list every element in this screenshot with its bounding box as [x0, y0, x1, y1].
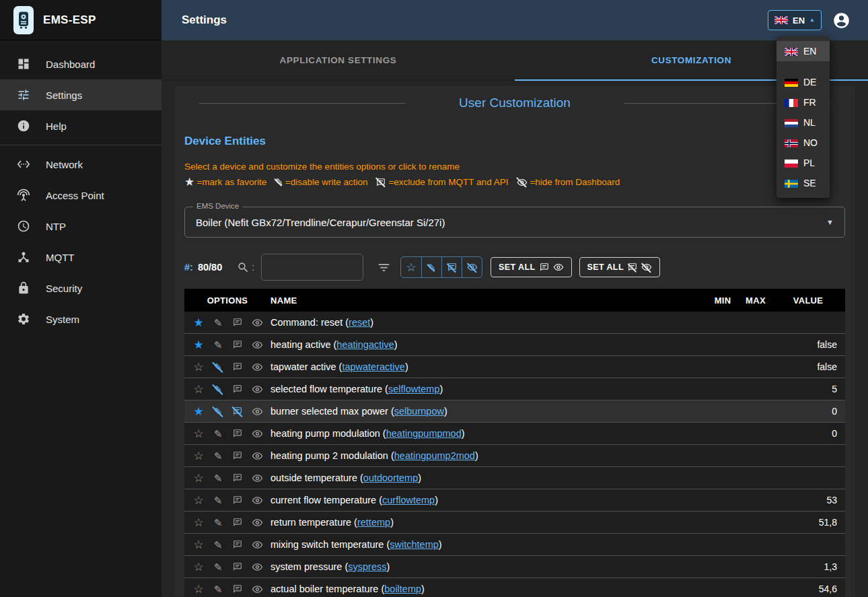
entity-name[interactable]: system pressure (syspress)	[270, 561, 705, 572]
set-all-hidden-button[interactable]: SET ALL	[579, 257, 660, 277]
table-row[interactable]: mixing switch temperature (switchtemp)	[184, 534, 845, 556]
filter-write-toggle[interactable]	[421, 257, 441, 277]
entity-code-link[interactable]: heatingpump2mod	[394, 450, 475, 461]
favorite-icon[interactable]	[192, 516, 205, 528]
write-disable-icon[interactable]	[212, 339, 224, 351]
language-selector-button[interactable]: EN ▲	[768, 10, 822, 30]
table-row[interactable]: heating pump 2 modulation (heatingpump2m…	[184, 445, 845, 467]
favorite-icon[interactable]	[192, 472, 205, 484]
entity-code-link[interactable]: reset	[349, 317, 370, 328]
write-disable-icon[interactable]	[212, 316, 224, 328]
entity-code-link[interactable]: switchtemp	[390, 539, 439, 550]
favorite-icon[interactable]	[192, 383, 205, 395]
sidebar-item-system[interactable]: System	[0, 304, 161, 335]
table-row[interactable]: system pressure (syspress) 1,3	[184, 556, 845, 578]
language-option-de[interactable]: DE	[776, 72, 830, 92]
visibility-icon[interactable]	[251, 361, 263, 373]
visibility-icon[interactable]	[251, 472, 263, 484]
write-disable-icon[interactable]	[212, 494, 224, 506]
entity-name[interactable]: burner selected max power (selburnpow)	[270, 406, 705, 417]
sidebar-item-ntp[interactable]: NTP	[0, 211, 161, 242]
entity-name[interactable]: mixing switch temperature (switchtemp)	[270, 539, 705, 550]
sidebar-item-security[interactable]: Security	[0, 273, 161, 304]
filter-favorite-toggle[interactable]	[401, 257, 421, 277]
account-icon[interactable]	[832, 11, 851, 30]
visibility-icon[interactable]	[251, 316, 263, 328]
entity-code-link[interactable]: selflowtemp	[388, 384, 440, 394]
write-disable-icon[interactable]	[212, 538, 224, 551]
entity-name[interactable]: return temperature (rettemp)	[270, 517, 705, 528]
sidebar-item-network[interactable]: Network	[0, 149, 161, 180]
language-option-pl[interactable]: PL	[776, 153, 830, 173]
write-disable-icon[interactable]	[212, 472, 224, 484]
favorite-icon[interactable]	[192, 494, 205, 506]
favorite-icon[interactable]	[192, 583, 205, 595]
visibility-icon[interactable]	[251, 405, 263, 417]
mqtt-exclude-icon[interactable]	[231, 538, 244, 551]
write-disable-icon[interactable]	[212, 516, 224, 528]
mqtt-exclude-icon[interactable]	[231, 516, 244, 528]
visibility-icon[interactable]	[251, 494, 263, 506]
table-row[interactable]: Command: reset (reset)	[184, 312, 845, 334]
entity-code-link[interactable]: outdoortemp	[363, 472, 418, 483]
mqtt-exclude-icon[interactable]	[231, 494, 244, 506]
language-option-no[interactable]: NO	[776, 133, 830, 153]
entity-name[interactable]: heating active (heatingactive)	[270, 339, 705, 350]
entity-code-link[interactable]: rettemp	[357, 517, 390, 528]
language-option-fr[interactable]: FR	[776, 92, 830, 112]
table-row[interactable]: heating active (heatingactive) false	[184, 334, 845, 356]
favorite-icon[interactable]	[192, 316, 205, 328]
mqtt-exclude-icon[interactable]	[231, 561, 244, 573]
sidebar-item-help[interactable]: Help	[0, 110, 161, 141]
mqtt-exclude-icon[interactable]	[231, 450, 244, 462]
write-disable-icon[interactable]	[212, 427, 224, 440]
table-row[interactable]: tapwater active (tapwateractive) false	[184, 356, 845, 378]
sidebar-item-dashboard[interactable]: Dashboard	[0, 48, 161, 79]
table-row[interactable]: heating pump modulation (heatingpumpmod)…	[184, 423, 845, 445]
write-disable-icon[interactable]	[212, 361, 224, 373]
mqtt-exclude-icon[interactable]	[231, 405, 244, 417]
ems-device-select[interactable]: EMS Device Boiler (Nefit GBx72/Trendline…	[184, 207, 845, 238]
entity-name[interactable]: heating pump 2 modulation (heatingpump2m…	[270, 450, 705, 461]
visibility-icon[interactable]	[251, 516, 263, 528]
favorite-icon[interactable]	[192, 450, 205, 462]
entity-code-link[interactable]: syspress	[348, 561, 386, 572]
visibility-icon[interactable]	[251, 583, 263, 595]
mqtt-exclude-icon[interactable]	[231, 383, 244, 395]
sidebar-item-mqtt[interactable]: MQTT	[0, 242, 161, 273]
entity-code-link[interactable]: tapwateractive	[342, 361, 405, 372]
table-row[interactable]: current flow temperature (curflowtemp) 5…	[184, 489, 845, 512]
entity-name[interactable]: current flow temperature (curflowtemp)	[270, 495, 705, 505]
entity-name[interactable]: Command: reset (reset)	[270, 317, 705, 328]
filter-hidden-toggle[interactable]	[462, 257, 482, 277]
write-disable-icon[interactable]	[212, 583, 224, 595]
filter-list-icon[interactable]	[377, 260, 391, 275]
mqtt-exclude-icon[interactable]	[231, 472, 244, 484]
visibility-icon[interactable]	[251, 383, 263, 395]
favorite-icon[interactable]	[192, 538, 205, 551]
write-disable-icon[interactable]	[212, 383, 224, 395]
visibility-icon[interactable]	[251, 450, 263, 462]
favorite-icon[interactable]	[192, 427, 205, 440]
entity-code-link[interactable]: curflowtemp	[382, 495, 435, 505]
mqtt-exclude-icon[interactable]	[231, 583, 244, 595]
entity-name[interactable]: tapwater active (tapwateractive)	[270, 361, 705, 372]
favorite-icon[interactable]	[192, 405, 205, 417]
mqtt-exclude-icon[interactable]	[231, 316, 244, 328]
table-row[interactable]: actual boiler temperature (boiltemp) 54,…	[184, 578, 845, 597]
entity-name[interactable]: heating pump modulation (heatingpumpmod)	[270, 428, 705, 439]
entity-code-link[interactable]: heatingactive	[336, 339, 394, 350]
entity-code-link[interactable]: selburnpow	[394, 406, 444, 417]
language-option-en[interactable]: EN	[776, 41, 830, 61]
entity-code-link[interactable]: boiltemp	[384, 584, 421, 594]
entity-code-link[interactable]: heatingpumpmod	[386, 428, 462, 439]
entity-name[interactable]: actual boiler temperature (boiltemp)	[270, 584, 705, 594]
mqtt-exclude-icon[interactable]	[231, 339, 244, 351]
favorite-icon[interactable]	[192, 361, 205, 373]
write-disable-icon[interactable]	[212, 405, 224, 417]
set-all-visible-button[interactable]: SET ALL	[491, 257, 571, 277]
language-option-se[interactable]: SE	[776, 173, 830, 193]
entity-name[interactable]: outside temperature (outdoortemp)	[270, 472, 705, 483]
write-disable-icon[interactable]	[212, 561, 224, 573]
language-option-nl[interactable]: NL	[776, 112, 830, 133]
